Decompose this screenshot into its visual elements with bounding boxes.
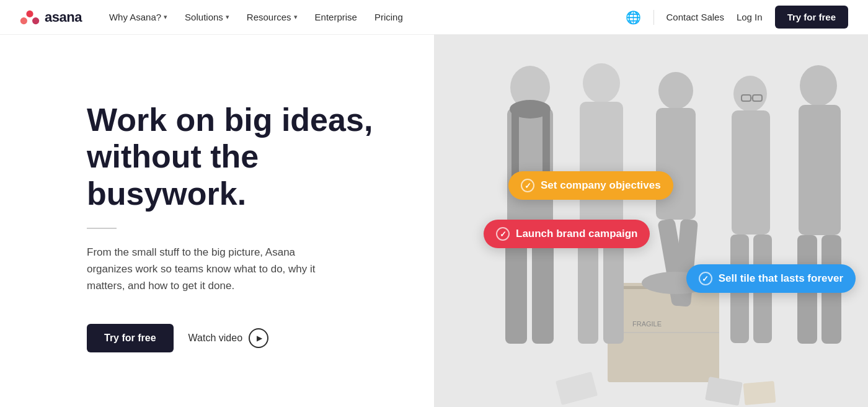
chip-set-company-objectives: ✓ Set company objectives	[508, 171, 673, 200]
nav-solutions[interactable]: Solutions ▾	[177, 8, 237, 26]
svg-point-2	[32, 17, 39, 24]
svg-rect-31	[799, 105, 841, 235]
headline-divider	[87, 228, 117, 229]
svg-point-30	[800, 65, 837, 106]
navbar: asana Why Asana? ▾ Solutions ▾ Resources…	[0, 0, 868, 35]
hero-left: Work on big ideas, without the busywork.…	[0, 35, 434, 407]
svg-rect-24	[732, 110, 770, 235]
svg-text:FRAGILE: FRAGILE	[632, 320, 662, 328]
cta-group: Try for free Watch video ▶	[87, 324, 384, 352]
svg-rect-10	[532, 232, 554, 344]
watch-video-button[interactable]: Watch video ▶	[188, 328, 268, 348]
svg-rect-35	[556, 372, 598, 405]
chip-sell-tile: ✓ Sell tile that lasts forever	[686, 264, 856, 293]
svg-rect-19	[656, 108, 696, 220]
main-content: Work on big ideas, without the busywork.…	[0, 35, 868, 407]
logo[interactable]: asana	[20, 9, 82, 25]
nav-resources[interactable]: Resources ▾	[239, 8, 305, 26]
svg-rect-12	[512, 108, 519, 182]
language-selector-icon[interactable]: 🌐	[626, 10, 641, 25]
svg-point-0	[26, 10, 33, 17]
play-icon: ▶	[249, 328, 268, 348]
nav-why-asana[interactable]: Why Asana? ▾	[102, 8, 175, 26]
logo-text: asana	[45, 9, 82, 25]
svg-rect-15	[580, 102, 623, 232]
check-circle-icon: ✓	[699, 272, 712, 285]
nav-right: 🌐 Contact Sales Log In Try for free	[626, 6, 848, 29]
hero-right: FRAGILE	[434, 35, 868, 407]
svg-rect-17	[603, 232, 624, 344]
contact-sales-link[interactable]: Contact Sales	[666, 12, 724, 22]
svg-rect-36	[705, 377, 743, 406]
check-circle-icon: ✓	[496, 227, 510, 241]
svg-point-18	[658, 72, 693, 109]
nav-enterprise[interactable]: Enterprise	[308, 8, 365, 26]
nav-links: Why Asana? ▾ Solutions ▾ Resources ▾ Ent…	[102, 8, 626, 26]
check-circle-icon: ✓	[521, 179, 534, 192]
try-for-free-hero-button[interactable]: Try for free	[87, 324, 174, 352]
svg-rect-16	[578, 232, 598, 344]
svg-point-23	[733, 76, 767, 112]
chevron-down-icon: ▾	[294, 13, 298, 21]
hero-subtext: From the small stuff to the big picture,…	[87, 244, 322, 295]
login-link[interactable]: Log In	[737, 12, 763, 22]
hero-headline: Work on big ideas, without the busywork.	[87, 102, 384, 213]
svg-point-14	[583, 63, 620, 103]
chevron-down-icon: ▾	[226, 13, 229, 21]
chip-launch-brand-campaign: ✓ Launch brand campaign	[484, 220, 650, 248]
svg-rect-9	[505, 232, 527, 344]
nav-pricing[interactable]: Pricing	[367, 8, 410, 26]
try-for-free-nav-button[interactable]: Try for free	[775, 6, 848, 29]
svg-point-1	[20, 17, 27, 24]
svg-rect-37	[743, 381, 776, 405]
chevron-down-icon: ▾	[164, 13, 167, 21]
